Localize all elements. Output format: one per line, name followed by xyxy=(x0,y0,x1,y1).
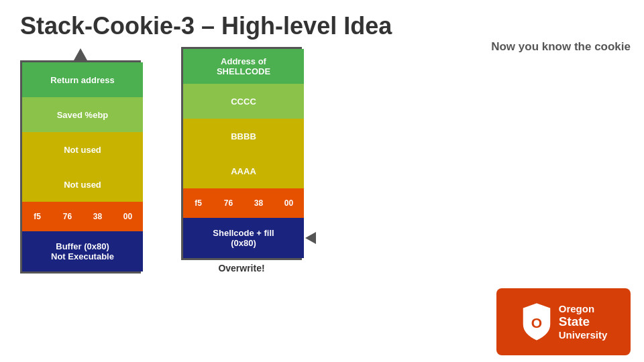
left-saved-ebp: Saved %ebp xyxy=(22,97,143,132)
left-stack: Return address Saved %ebp Not used Not u… xyxy=(20,48,141,274)
right-aaaa: AAAA xyxy=(183,154,304,188)
left-not-used-1: Not used xyxy=(22,132,143,167)
cookie-note: Now you know the cookie xyxy=(491,40,631,54)
svg-text:O: O xyxy=(531,315,542,330)
osu-text-university: University xyxy=(559,329,608,341)
left-return-address: Return address xyxy=(22,62,143,97)
osu-shield-icon: O xyxy=(520,302,553,342)
right-cookie-f5: f5 xyxy=(183,188,213,218)
right-cookie-row: f5 76 38 00 xyxy=(183,188,304,218)
right-stack: Address of SHELLCODE CCCC BBBB AAAA f5 7… xyxy=(181,47,302,274)
right-shellcode: Shellcode + fill (0x80) xyxy=(183,218,304,258)
overwrite-label: Overwrite! xyxy=(218,263,264,274)
right-cookie-76: 76 xyxy=(213,188,244,218)
right-cookie-00: 00 xyxy=(274,188,304,218)
up-arrow xyxy=(74,48,87,60)
right-bbbb: BBBB xyxy=(183,119,304,154)
left-cookie-row: f5 76 38 00 xyxy=(22,202,143,231)
right-cccc: CCCC xyxy=(183,84,304,119)
osu-text: Oregon State University xyxy=(559,303,608,341)
right-cookie-38: 38 xyxy=(244,188,274,218)
left-cookie-00: 00 xyxy=(113,202,143,231)
osu-logo: O Oregon State University xyxy=(496,288,631,355)
left-cookie-f5: f5 xyxy=(22,202,52,231)
right-stack-wrapper: Address of SHELLCODE CCCC BBBB AAAA f5 7… xyxy=(181,47,302,274)
left-cookie-76: 76 xyxy=(52,202,83,231)
left-not-used-2: Not used xyxy=(22,167,143,202)
osu-text-oregon: Oregon xyxy=(559,303,608,314)
left-buffer: Buffer (0x80) Not Executable xyxy=(22,231,143,272)
right-addr-shellcode: Address of SHELLCODE xyxy=(183,49,304,84)
left-cookie-38: 38 xyxy=(83,202,113,231)
arrow-left-icon xyxy=(305,232,316,244)
osu-text-state: State xyxy=(559,314,608,329)
